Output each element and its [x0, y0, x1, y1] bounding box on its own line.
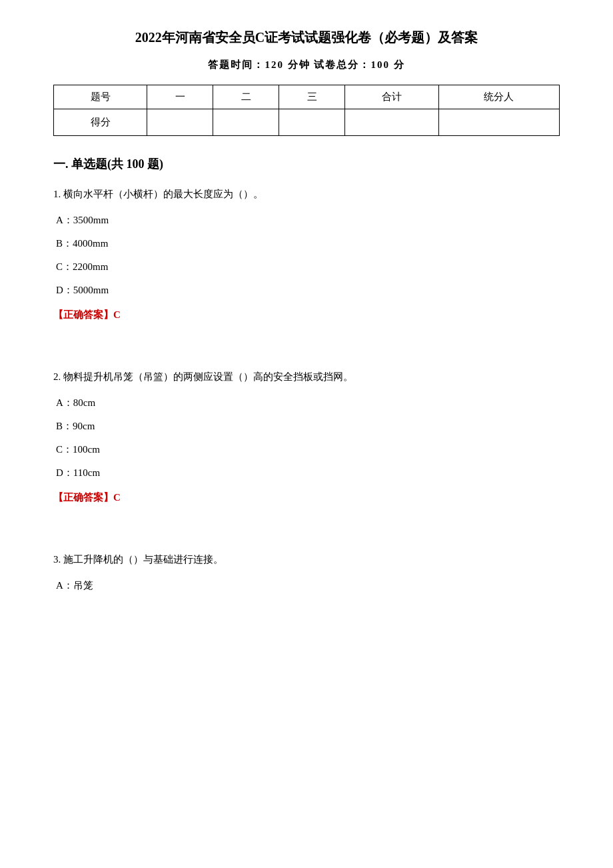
question-2-answer: 【正确答案】C: [53, 491, 560, 504]
question-2: 2. 物料提升机吊笼（吊篮）的两侧应设置（）高的安全挡板或挡网。 A：80cm …: [53, 368, 560, 504]
question-2-option-d: D：110cm: [53, 464, 560, 482]
question-2-option-a: A：80cm: [53, 394, 560, 412]
option-b-label: B：: [56, 238, 73, 249]
question-1-option-d: D：5000mm: [53, 281, 560, 299]
answer-1-value: C: [113, 309, 121, 320]
q2-option-d-label: D：: [56, 467, 73, 478]
question-1-option-b: B：4000mm: [53, 235, 560, 253]
question-1: 1. 横向水平杆（小横杆）的最大长度应为（）。 A：3500mm B：4000m…: [53, 185, 560, 321]
q2-option-c-label: C：: [56, 444, 73, 455]
score-one: [147, 109, 213, 136]
score-label: 得分: [54, 109, 147, 136]
score-scorer: [438, 109, 560, 136]
answer-1-prefix: 【正确答案】: [53, 309, 113, 320]
exam-info: 答题时间：120 分钟 试卷总分：100 分: [53, 59, 560, 71]
option-d-label: D：: [56, 285, 73, 295]
option-a-label: A：: [56, 215, 73, 225]
option-d-text: 5000mm: [73, 285, 109, 295]
section1-title: 一. 单选题(共 100 题): [53, 156, 560, 172]
option-a-text: 3500mm: [73, 215, 109, 225]
question-1-answer: 【正确答案】C: [53, 309, 560, 321]
page-title: 2022年河南省安全员C证考试试题强化卷（必考题）及答案: [53, 27, 560, 48]
question-3-option-a: A：吊笼: [53, 577, 560, 595]
question-1-option-a: A：3500mm: [53, 211, 560, 229]
answer-2-prefix: 【正确答案】: [53, 492, 113, 503]
score-two: [213, 109, 279, 136]
score-three: [279, 109, 345, 136]
score-total: [345, 109, 438, 136]
question-3: 3. 施工升降机的（）与基础进行连接。 A：吊笼: [53, 551, 560, 595]
q3-option-a-text: 吊笼: [73, 580, 93, 591]
q2-option-b-label: B：: [56, 421, 73, 431]
question-3-text: 3. 施工升降机的（）与基础进行连接。: [53, 551, 560, 569]
col-header-tihao: 题号: [54, 85, 147, 109]
q2-option-c-text: 100cm: [73, 444, 100, 455]
table-score-row: 得分: [54, 109, 560, 136]
q2-option-a-label: A：: [56, 397, 73, 408]
q2-option-d-text: 110cm: [73, 467, 100, 478]
question-1-option-c: C：2200mm: [53, 258, 560, 276]
col-header-total: 合计: [345, 85, 438, 109]
answer-2-value: C: [113, 492, 121, 503]
score-table: 题号 一 二 三 合计 统分人 得分: [53, 85, 560, 136]
q3-option-a-label: A：: [56, 580, 73, 591]
question-2-option-c: C：100cm: [53, 441, 560, 459]
q2-option-b-text: 90cm: [73, 421, 95, 431]
col-header-scorer: 统分人: [438, 85, 560, 109]
question-2-text: 2. 物料提升机吊笼（吊篮）的两侧应设置（）高的安全挡板或挡网。: [53, 368, 560, 386]
option-c-label: C：: [56, 261, 73, 272]
col-header-two: 二: [213, 85, 279, 109]
table-header-row: 题号 一 二 三 合计 统分人: [54, 85, 560, 109]
option-b-text: 4000mm: [73, 238, 108, 249]
col-header-one: 一: [147, 85, 213, 109]
question-2-option-b: B：90cm: [53, 417, 560, 435]
option-c-text: 2200mm: [73, 261, 108, 272]
question-1-text: 1. 横向水平杆（小横杆）的最大长度应为（）。: [53, 185, 560, 203]
q2-option-a-text: 80cm: [73, 397, 95, 408]
col-header-three: 三: [279, 85, 345, 109]
